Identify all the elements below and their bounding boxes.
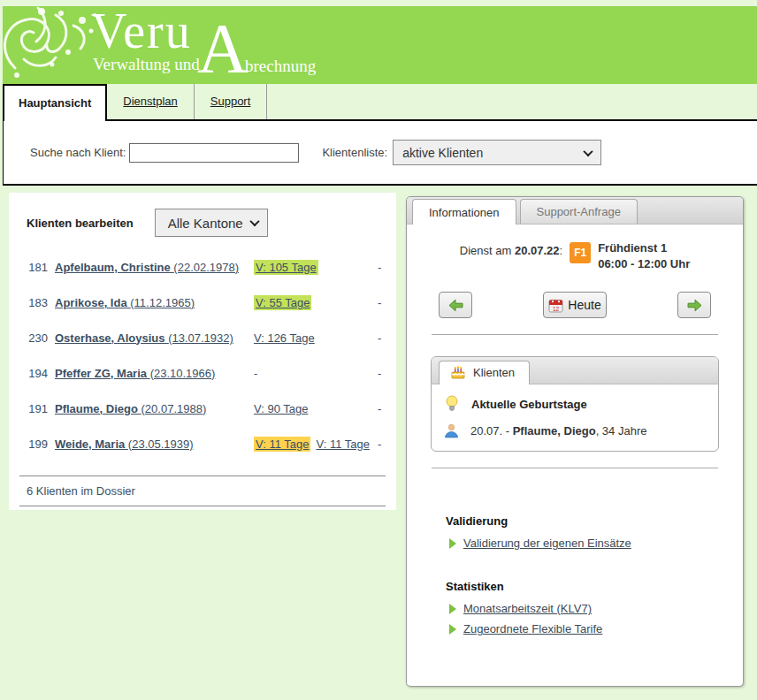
client-panel-title: Klienten bearbeiten bbox=[27, 217, 134, 230]
chevron-down-icon bbox=[583, 146, 593, 156]
previous-day-button[interactable] bbox=[439, 292, 472, 318]
info-panel: InformationenSupport-Anfrage Dienst am 2… bbox=[406, 196, 744, 687]
validierung-heading: Validierung bbox=[446, 514, 743, 528]
client-name-link[interactable]: Pflaume, Diego bbox=[55, 402, 141, 415]
client-name-cell: Apfelbaum, Christine (22.02.1978) bbox=[55, 261, 254, 274]
client-trailing-dash: - bbox=[378, 331, 388, 345]
client-tage-cell: - bbox=[254, 367, 378, 380]
panel-link-zugeordnete-flexible-tarife[interactable]: Zugeordnete Flexible Tarife bbox=[463, 622, 602, 635]
client-tage-cell: V: 55 Tage bbox=[254, 296, 378, 309]
client-panel: Klienten bearbeiten Alle Kantone 181Apfe… bbox=[9, 193, 396, 510]
klientenliste-select[interactable]: aktive Klienten bbox=[393, 140, 601, 165]
client-id: 181 bbox=[19, 261, 55, 274]
shift-time: 06:00 - 12:00 Uhr bbox=[598, 257, 690, 270]
client-trailing-dash: - bbox=[378, 367, 388, 380]
statistiken-heading: Statistiken bbox=[446, 580, 743, 593]
calendar-icon: 12 bbox=[548, 298, 563, 313]
client-name-link[interactable]: Apfelbaum, Christine bbox=[55, 261, 173, 274]
client-tage-link[interactable]: V: 11 Tage bbox=[316, 438, 369, 451]
green-triangle-icon bbox=[449, 538, 456, 549]
client-row: 194Pfeffer ZG, Maria (23.10.1966)-- bbox=[19, 355, 386, 391]
statistiken-links: Monatsarbeitszeit (KLV7)Zugeordnete Flex… bbox=[446, 602, 743, 635]
client-id: 199 bbox=[19, 438, 55, 451]
info-panel-tabs: InformationenSupport-Anfrage bbox=[407, 197, 743, 224]
client-birthdate-link[interactable]: (22.02.1978) bbox=[173, 261, 239, 274]
dienst-row: Dienst am 20.07.22: F1 Frühdienst 1 06:0… bbox=[407, 240, 743, 272]
client-id: 194 bbox=[19, 367, 55, 380]
client-trailing-dash: - bbox=[378, 402, 388, 415]
klienten-box: Klienten Aktuelle Geburtstage bbox=[431, 356, 719, 452]
logo-subtitle-left: Verwaltung und bbox=[93, 55, 200, 74]
tab-support[interactable]: Support bbox=[195, 84, 268, 119]
search-client-label: Suche nach Klient: bbox=[30, 146, 126, 159]
app-logo: Veru A Verwaltung und brechnung bbox=[91, 6, 392, 84]
birthday-heading: Aktuelle Geburtstage bbox=[471, 398, 587, 411]
client-name-link[interactable]: Osterhase, Aloysius bbox=[55, 331, 168, 345]
klientenliste-selected-value: aktive Klienten bbox=[402, 146, 483, 160]
tab-support-anfrage[interactable]: Support-Anfrage bbox=[520, 199, 638, 224]
client-name-cell: Weide, Maria (23.05.1939) bbox=[55, 438, 254, 451]
client-name-cell: Aprikose, Ida (11.12.1965) bbox=[55, 296, 254, 309]
svg-text:12: 12 bbox=[553, 305, 560, 311]
info-divider-1 bbox=[432, 334, 718, 335]
client-birthdate-link[interactable]: (11.12.1965) bbox=[130, 296, 195, 309]
client-birthdate-link[interactable]: (23.10.1966) bbox=[150, 367, 216, 380]
client-tage-link[interactable]: V: 105 Tage bbox=[254, 260, 318, 275]
klientenliste-label: Klientenliste: bbox=[322, 146, 387, 159]
client-id: 191 bbox=[19, 402, 55, 415]
klienten-tab-label: Klienten bbox=[473, 366, 515, 379]
client-name-link[interactable]: Pfeffer ZG, Maria bbox=[55, 367, 150, 380]
next-day-button[interactable] bbox=[677, 292, 711, 318]
birthday-heading-row: Aktuelle Geburtstage bbox=[444, 395, 706, 413]
tab-klienten[interactable]: Klienten bbox=[439, 361, 530, 384]
info-divider-2 bbox=[432, 468, 718, 468]
birthday-entry-row: 20.07. - Pflaume, Diego, 34 Jahre bbox=[444, 423, 706, 438]
chevron-down-icon bbox=[249, 217, 259, 226]
client-row: 199Weide, Maria (23.05.1939)V: 11 TageV:… bbox=[19, 426, 386, 461]
dienst-date: 20.07.22 bbox=[515, 244, 560, 257]
client-tage-link[interactable]: V: 55 Tage bbox=[254, 295, 311, 310]
shift-badge: F1 bbox=[570, 242, 591, 263]
client-birthdate-link[interactable]: (13.07.1932) bbox=[168, 331, 233, 345]
tab-dienstplan[interactable]: Dienstplan bbox=[107, 84, 194, 119]
search-client-input[interactable] bbox=[129, 143, 299, 163]
search-section: Suche nach Klient: Klientenliste: aktive… bbox=[3, 121, 757, 186]
birthday-entry: 20.07. - Pflaume, Diego, 34 Jahre bbox=[470, 424, 646, 438]
shift-name: Frühdienst 1 bbox=[598, 241, 667, 255]
tab-informationen[interactable]: Informationen bbox=[412, 199, 516, 224]
kantone-selected-value: Alle Kantone bbox=[168, 216, 243, 231]
green-triangle-icon bbox=[449, 624, 456, 635]
client-count-label: 6 Klienten im Dossier bbox=[19, 476, 386, 506]
birthday-cake-icon bbox=[450, 365, 466, 379]
link-row: Validierung der eigenen Einsätze bbox=[449, 536, 743, 550]
today-button[interactable]: 12 Heute bbox=[543, 292, 607, 318]
lightbulb-icon bbox=[444, 395, 460, 413]
arrow-left-icon bbox=[448, 299, 463, 312]
client-tage-cell: V: 90 Tage bbox=[254, 402, 378, 415]
client-tage-cell: V: 11 TageV: 11 Tage bbox=[254, 438, 378, 451]
client-name-cell: Pflaume, Diego (20.07.1988) bbox=[55, 402, 254, 415]
panel-link-validierung-der-eigenen-eins-tze[interactable]: Validierung der eigenen Einsätze bbox=[463, 536, 631, 550]
client-tage-link[interactable]: V: 90 Tage bbox=[254, 402, 308, 415]
client-tage-cell: V: 126 Tage bbox=[254, 331, 378, 345]
person-icon bbox=[444, 423, 459, 438]
client-birthdate-link[interactable]: (20.07.1988) bbox=[141, 402, 207, 415]
kantone-select[interactable]: Alle Kantone bbox=[155, 209, 268, 237]
client-tage-link[interactable]: V: 126 Tage bbox=[254, 331, 315, 345]
panel-link-monatsarbeitszeit-klv7[interactable]: Monatsarbeitszeit (KLV7) bbox=[463, 602, 592, 615]
logo-big-letter: A bbox=[197, 13, 249, 84]
client-name-link[interactable]: Weide, Maria bbox=[55, 438, 128, 451]
birthday-person-name: Pflaume, Diego bbox=[513, 424, 596, 438]
tab-hauptansicht[interactable]: Hauptansicht bbox=[3, 84, 107, 121]
logo-main-text: Veru bbox=[91, 6, 192, 59]
client-id: 183 bbox=[19, 296, 55, 309]
client-tage-link[interactable]: V: 11 Tage bbox=[254, 437, 310, 452]
client-name-link[interactable]: Aprikose, Ida bbox=[55, 296, 130, 309]
client-id: 230 bbox=[19, 331, 55, 345]
client-row: 191Pflaume, Diego (20.07.1988)V: 90 Tage… bbox=[19, 391, 386, 426]
client-trailing-dash: - bbox=[378, 438, 388, 451]
arrow-right-icon bbox=[687, 299, 702, 312]
client-name-cell: Pfeffer ZG, Maria (23.10.1966) bbox=[55, 367, 254, 380]
client-name-cell: Osterhase, Aloysius (13.07.1932) bbox=[55, 331, 254, 345]
client-birthdate-link[interactable]: (23.05.1939) bbox=[128, 438, 194, 451]
